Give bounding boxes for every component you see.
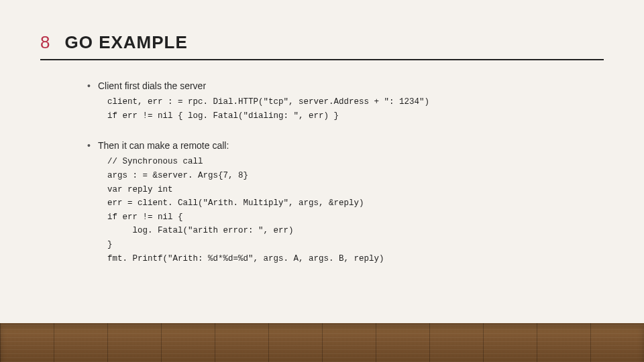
code-line: if err != nil { log. Fatal("dialing: ", … [107, 109, 604, 123]
code-line: if err != nil { [107, 210, 604, 225]
page-number: 8 [40, 34, 50, 51]
code-line: err = client. Call("Arith. Multiply", ar… [107, 196, 604, 210]
code-line: log. Fatal("arith error: ", err) [107, 224, 604, 238]
code-line: fmt. Printf("Arith: %d*%d=%d", args. A, … [107, 252, 604, 266]
slide: 8 GO EXAMPLE Client first dials the serv… [0, 0, 644, 362]
slide-content: Client first dials the server client, er… [40, 80, 604, 265]
slide-title: GO EXAMPLE [64, 34, 187, 51]
wood-floor-decoration [0, 323, 644, 362]
code-line: var reply int [107, 183, 604, 197]
bullet-item: Then it can make a remote call: // Synch… [87, 140, 604, 265]
code-line: } [107, 238, 604, 252]
code-block: client, err : = rpc. Dial.HTTP("tcp", se… [87, 95, 604, 123]
bullet-lead: Then it can make a remote call: [87, 140, 604, 151]
code-line: args : = &server. Args{7, 8} [107, 169, 604, 183]
header-row: 8 GO EXAMPLE [40, 34, 604, 51]
code-line: // Synchronous call [107, 155, 604, 169]
bullet-lead: Client first dials the server [87, 80, 604, 91]
code-line: client, err : = rpc. Dial.HTTP("tcp", se… [107, 95, 604, 109]
bullet-item: Client first dials the server client, er… [87, 80, 604, 123]
code-block: // Synchronous call args : = &server. Ar… [87, 155, 604, 265]
title-rule [40, 59, 604, 60]
